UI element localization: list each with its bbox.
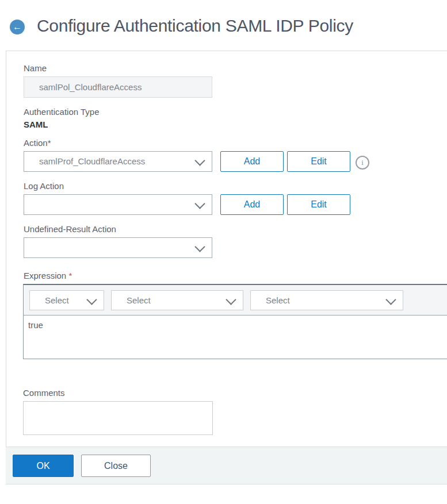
page-title: Configure Authentication SAML IDP Policy (37, 16, 353, 36)
log-action-edit-button[interactable]: Edit (287, 194, 350, 215)
expression-select-3[interactable]: Select (250, 290, 403, 310)
info-icon[interactable]: i (356, 156, 369, 170)
chevron-down-icon (86, 294, 97, 305)
undefined-result-action-label: Undefined-Result Action (24, 224, 116, 234)
form-panel: Name samlPol_CloudflareAccess Authentica… (6, 51, 447, 447)
name-input[interactable]: samlPol_CloudflareAccess (24, 76, 212, 98)
auth-type-value: SAML (24, 120, 48, 129)
expression-select-2[interactable]: Select (111, 290, 243, 310)
action-edit-button[interactable]: Edit (287, 151, 350, 172)
log-action-label: Log Action (24, 181, 64, 191)
chevron-down-icon (194, 155, 205, 166)
action-add-button[interactable]: Add (220, 151, 284, 172)
expression-label: Expression * (24, 271, 72, 280)
expression-text-area[interactable]: true (24, 316, 447, 364)
close-button[interactable]: Close (81, 455, 151, 477)
footer-bar: OK Close (6, 447, 447, 484)
chevron-down-icon (194, 198, 205, 209)
comments-textarea[interactable] (23, 401, 213, 435)
expression-select-1-value: Select (45, 291, 69, 310)
undefined-result-action-select[interactable] (24, 237, 212, 258)
ok-button[interactable]: OK (13, 455, 74, 477)
expression-select-1[interactable]: Select (29, 290, 104, 310)
auth-type-label: Authentication Type (24, 107, 99, 117)
chevron-down-icon (385, 294, 396, 305)
expression-editor: Select Select Select true (23, 284, 447, 359)
action-select[interactable]: samlProf_CloudflareAccess (24, 151, 212, 172)
log-action-add-button[interactable]: Add (220, 194, 284, 215)
expression-select-3-value: Select (266, 291, 290, 310)
comments-label: Comments (23, 388, 65, 398)
name-label: Name (24, 63, 47, 73)
back-button[interactable]: ← (10, 20, 25, 34)
expression-toolbar: Select Select Select (24, 285, 447, 316)
chevron-down-icon (226, 294, 236, 305)
action-select-value: samlProf_CloudflareAccess (39, 152, 145, 171)
required-asterisk: * (68, 271, 72, 280)
configure-saml-idp-policy-page: ← Configure Authentication SAML IDP Poli… (0, 0, 447, 504)
log-action-select[interactable] (24, 194, 212, 215)
chevron-down-icon (194, 241, 205, 252)
back-arrow-icon: ← (13, 22, 22, 32)
expression-select-2-value: Select (127, 291, 151, 310)
action-label: Action* (24, 138, 51, 148)
